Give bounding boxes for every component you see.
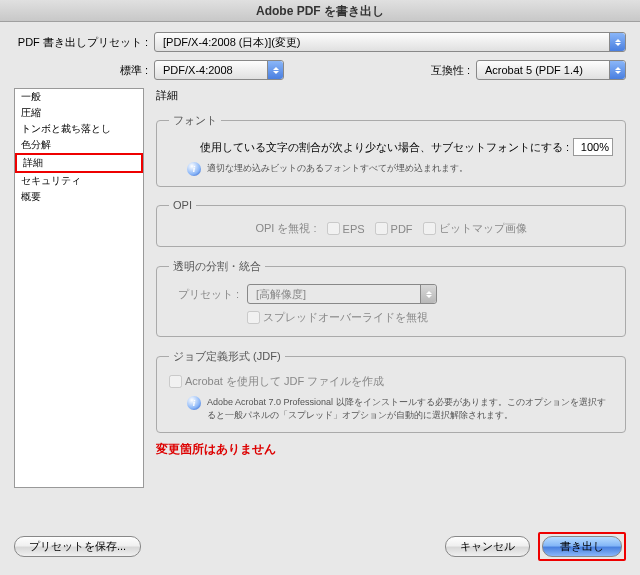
export-button[interactable]: 書き出し (542, 536, 622, 557)
sidebar-item-output[interactable]: 色分解 (15, 137, 143, 153)
compat-label: 互換性 : (431, 63, 470, 78)
font-subset-input[interactable] (573, 138, 613, 156)
standard-dropdown[interactable]: PDF/X-4:2008 (154, 60, 284, 80)
trans-spread-checkbox: スプレッドオーバーライドを無視 (247, 310, 428, 325)
trans-preset-value: [高解像度] (256, 287, 306, 302)
sidebar-item-advanced[interactable]: 詳細 (17, 155, 141, 171)
trans-preset-dropdown: [高解像度] (247, 284, 437, 304)
font-legend: フォント (169, 113, 221, 128)
window-title: Adobe PDF を書き出し (0, 0, 640, 22)
sidebar-item-marks[interactable]: トンボと裁ち落とし (15, 121, 143, 137)
jdf-legend: ジョブ定義形式 (JDF) (169, 349, 285, 364)
preset-dropdown[interactable]: [PDF/X-4:2008 (日本)](変更) (154, 32, 626, 52)
sidebar-item-summary[interactable]: 概要 (15, 189, 143, 205)
compat-value: Acrobat 5 (PDF 1.4) (485, 64, 583, 76)
opi-legend: OPI (169, 199, 196, 211)
sidebar-item-general[interactable]: 一般 (15, 89, 143, 105)
chevron-updown-icon (267, 61, 283, 79)
chevron-updown-icon (609, 61, 625, 79)
jdf-checkbox: Acrobat を使用して JDF ファイルを作成 (169, 374, 384, 389)
cancel-button[interactable]: キャンセル (445, 536, 530, 557)
change-notice: 変更箇所はありません (156, 441, 626, 458)
preset-value: [PDF/X-4:2008 (日本)](変更) (163, 35, 301, 50)
standard-label: 標準 : (14, 63, 148, 78)
opi-label: OPI を無視 : (255, 221, 316, 236)
jdf-group: ジョブ定義形式 (JDF) Acrobat を使用して JDF ファイルを作成 … (156, 349, 626, 433)
font-subset-label: 使用している文字の割合が次より少ない場合、サブセットフォントにする : (200, 140, 569, 155)
opi-group: OPI OPI を無視 : EPS PDF ビットマップ画像 (156, 199, 626, 247)
save-preset-button[interactable]: プリセットを保存... (14, 536, 141, 557)
sidebar-item-compression[interactable]: 圧縮 (15, 105, 143, 121)
font-group: フォント 使用している文字の割合が次より少ない場合、サブセットフォントにする :… (156, 113, 626, 187)
panel-title: 詳細 (156, 88, 626, 103)
jdf-note: Adobe Acrobat 7.0 Professional 以降をインストール… (207, 396, 613, 422)
preset-label: PDF 書き出しプリセット : (14, 35, 148, 50)
opi-bitmap-checkbox: ビットマップ画像 (423, 221, 527, 236)
standard-value: PDF/X-4:2008 (163, 64, 233, 76)
transparency-group: 透明の分割・統合 プリセット : [高解像度] スプレッドオーバーライドを無視 (156, 259, 626, 337)
trans-preset-label: プリセット : (169, 287, 239, 302)
chevron-updown-icon (420, 285, 436, 303)
sidebar: 一般 圧縮 トンボと裁ち落とし 色分解 詳細 セキュリティ 概要 (14, 88, 144, 488)
info-icon: i (187, 396, 201, 410)
chevron-updown-icon (609, 33, 625, 51)
transparency-legend: 透明の分割・統合 (169, 259, 265, 274)
font-note: 適切な埋め込みビットのあるフォントすべてが埋め込まれます。 (207, 162, 468, 175)
sidebar-item-security[interactable]: セキュリティ (15, 173, 143, 189)
info-icon: i (187, 162, 201, 176)
compat-dropdown[interactable]: Acrobat 5 (PDF 1.4) (476, 60, 626, 80)
opi-eps-checkbox: EPS (327, 222, 365, 235)
opi-pdf-checkbox: PDF (375, 222, 413, 235)
